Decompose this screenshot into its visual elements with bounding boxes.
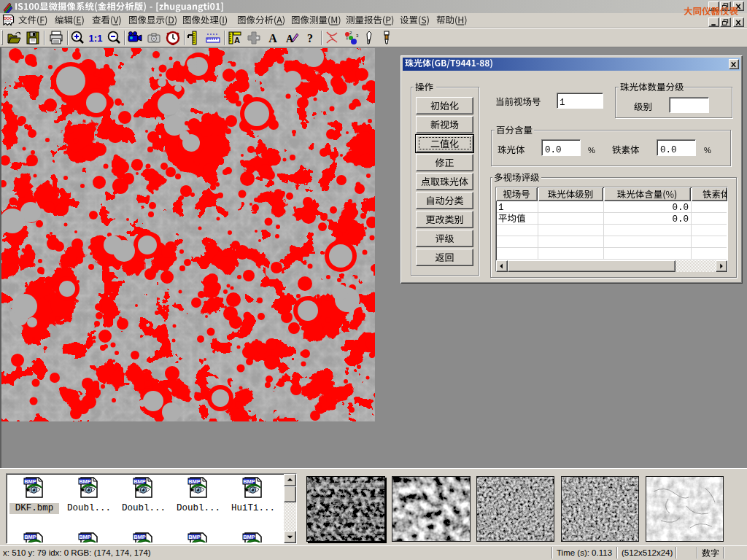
svg-text:3: 3 xyxy=(356,34,359,38)
svg-text:1:1: 1:1 xyxy=(89,33,103,44)
svg-text:DOC: DOC xyxy=(4,16,12,20)
svg-text:1: 1 xyxy=(346,36,349,40)
svg-text:A: A xyxy=(234,36,240,44)
svg-text:?: ? xyxy=(307,32,313,44)
svg-text:2: 2 xyxy=(349,31,352,35)
svg-text:A: A xyxy=(268,32,277,44)
